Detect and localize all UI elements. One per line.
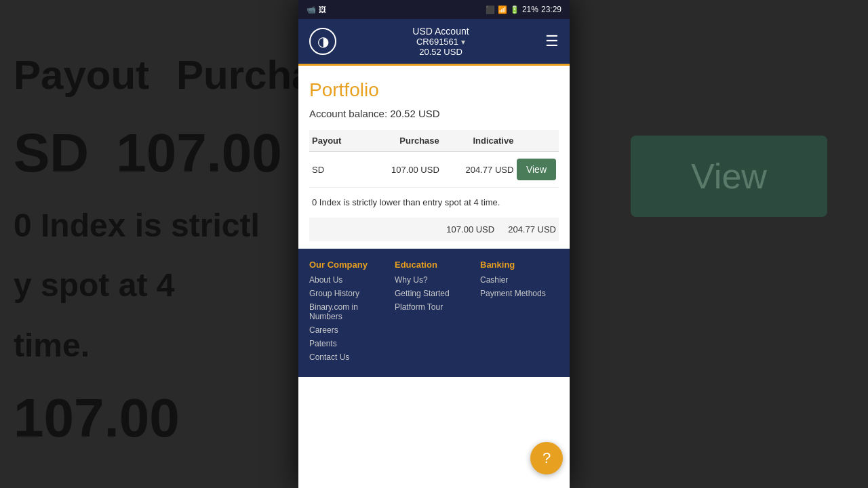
portfolio-title: Portfolio [309,79,559,101]
cell-action: View [513,159,556,180]
view-button[interactable]: View [517,159,556,180]
footer-group-history[interactable]: Group History [309,289,388,298]
footer-company-title: Our Company [309,260,388,270]
background-left: Payout Purcha SD 107.00 0 Index is stric… [0,0,298,488]
footer-col-company: Our Company About Us Group History Binar… [309,260,388,366]
table-header: Payout Purchase Indicative [309,130,559,152]
logo-icon: ◑ [317,33,329,49]
summary-row: 107.00 USD 204.77 USD [309,218,559,241]
portfolio-section: Portfolio Account balance: 20.52 USD Pay… [298,66,570,249]
phone-overlay: 📹 🖼 ⬛ 📶 🔋 21% 23:29 ◑ USD Account CR6915… [298,0,570,488]
app-header: ◑ USD Account CR691561 ▾ 20.52 USD ☰ [298,19,570,66]
bg-text-desc1: 0 Index is strictl [14,207,260,243]
col-header-payout: Payout [312,136,365,146]
cell-indicative: 204.77 USD [439,165,514,175]
col-header-purchase: Purchase [365,136,439,146]
bg-text-amount2: 107.00 [14,388,180,448]
footer-binary-numbers[interactable]: Binary.com in Numbers [309,302,388,321]
footer-banking-title: Banking [480,260,559,270]
bg-text-time: time. [14,327,90,363]
footer: Our Company About Us Group History Binar… [298,249,570,377]
bg-text-sd: SD [14,121,89,186]
account-balance-header: 20.52 USD [412,47,469,57]
main-content: Portfolio Account balance: 20.52 USD Pay… [298,66,570,488]
status-bar: 📹 🖼 ⬛ 📶 🔋 21% 23:29 [298,0,570,19]
contract-description: 0 Index is strictly lower than entry spo… [309,188,559,218]
bg-text-spot: y spot at 4 [14,266,174,305]
footer-patents[interactable]: Patents [309,339,388,348]
summary-purchase: 107.00 USD [446,224,494,235]
footer-platform-tour[interactable]: Platform Tour [395,302,473,312]
account-info: USD Account CR691561 ▾ 20.52 USD [412,26,469,57]
footer-careers[interactable]: Careers [309,325,388,335]
account-balance-display: Account balance: 20.52 USD [309,108,559,119]
system-icons: ⬛ 📶 🔋 21% 23:29 [486,5,561,14]
dropdown-arrow-icon: ▾ [461,37,465,47]
bg-view-label: View [691,156,767,197]
battery-percent: 21% [522,5,538,14]
account-title: USD Account [412,26,469,37]
time-display: 23:29 [541,5,561,14]
table-row: SD 107.00 USD 204.77 USD View [309,152,559,188]
app-logo[interactable]: ◑ [309,28,336,55]
hamburger-menu[interactable]: ☰ [545,33,559,50]
summary-indicative: 204.77 USD [508,224,556,235]
footer-why-us[interactable]: Why Us? [395,275,473,285]
footer-col-education: Education Why Us? Getting Started Platfo… [395,260,473,366]
bg-text-amount: 107.00 [116,121,282,186]
footer-col-banking: Banking Cashier Payment Methods [480,260,559,366]
bg-text-purchase: Purcha [176,51,298,100]
footer-about-us[interactable]: About Us [309,275,388,285]
footer-payment-methods[interactable]: Payment Methods [480,289,559,298]
account-id[interactable]: CR691561 ▾ [412,37,469,47]
bg-text-payout: Payout [14,51,149,100]
background-right: View [570,0,868,488]
col-header-indicative: Indicative [439,136,514,146]
cell-purchase: 107.00 USD [365,165,439,175]
account-id-text: CR691561 [416,37,458,47]
help-button[interactable]: ? [530,442,563,474]
footer-cashier[interactable]: Cashier [480,275,559,285]
footer-education-title: Education [395,260,473,270]
cell-payout: SD [312,165,365,175]
status-icons: 📹 🖼 [307,5,326,14]
footer-getting-started[interactable]: Getting Started [395,289,473,298]
col-header-action [513,136,556,146]
bg-view-button: View [631,136,827,217]
footer-contact[interactable]: Contact Us [309,352,388,362]
